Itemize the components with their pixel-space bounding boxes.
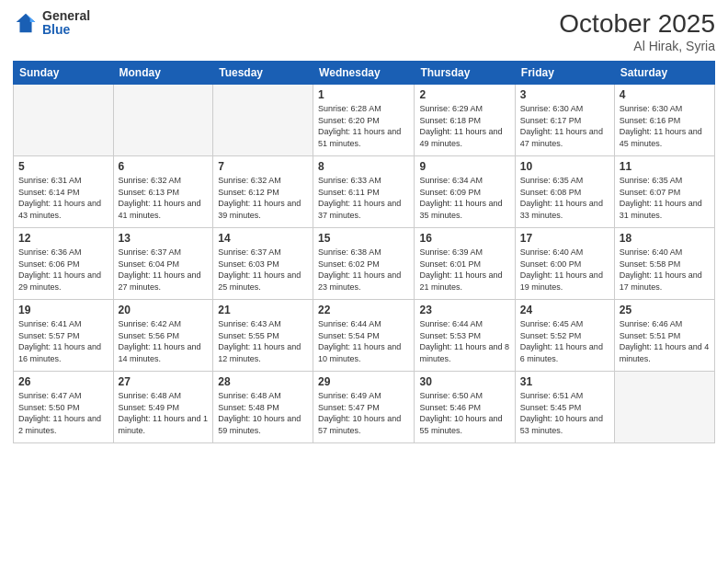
day-number: 7 <box>218 160 308 173</box>
day-info: Sunrise: 6:47 AM Sunset: 5:50 PM Dayligh… <box>18 390 108 436</box>
day-number: 2 <box>419 88 509 101</box>
week-row-0: 1Sunrise: 6:28 AM Sunset: 6:20 PM Daylig… <box>14 85 715 156</box>
calendar-cell: 25Sunrise: 6:46 AM Sunset: 5:51 PM Dayli… <box>614 300 714 372</box>
day-number: 18 <box>620 232 710 245</box>
day-info: Sunrise: 6:31 AM Sunset: 6:14 PM Dayligh… <box>18 175 108 221</box>
day-number: 15 <box>318 232 409 245</box>
day-info: Sunrise: 6:32 AM Sunset: 6:12 PM Dayligh… <box>218 175 308 221</box>
day-number: 25 <box>620 304 710 316</box>
day-number: 29 <box>318 375 409 388</box>
day-info: Sunrise: 6:38 AM Sunset: 6:02 PM Dayligh… <box>318 247 409 293</box>
calendar-cell: 30Sunrise: 6:50 AM Sunset: 5:46 PM Dayli… <box>415 372 515 443</box>
week-row-3: 19Sunrise: 6:41 AM Sunset: 5:57 PM Dayli… <box>14 300 715 372</box>
col-saturday: Saturday <box>614 62 714 85</box>
calendar-cell: 4Sunrise: 6:30 AM Sunset: 6:16 PM Daylig… <box>614 85 714 156</box>
day-info: Sunrise: 6:35 AM Sunset: 6:07 PM Dayligh… <box>620 175 710 221</box>
day-number: 27 <box>119 375 209 388</box>
calendar-cell: 31Sunrise: 6:51 AM Sunset: 5:45 PM Dayli… <box>515 372 614 443</box>
day-info: Sunrise: 6:41 AM Sunset: 5:57 PM Dayligh… <box>18 318 108 364</box>
calendar-cell: 24Sunrise: 6:45 AM Sunset: 5:52 PM Dayli… <box>515 300 614 372</box>
day-info: Sunrise: 6:49 AM Sunset: 5:47 PM Dayligh… <box>318 390 409 436</box>
day-info: Sunrise: 6:40 AM Sunset: 5:58 PM Dayligh… <box>620 247 710 293</box>
day-number: 17 <box>520 232 609 245</box>
calendar-cell: 11Sunrise: 6:35 AM Sunset: 6:07 PM Dayli… <box>614 156 714 228</box>
calendar-cell: 8Sunrise: 6:33 AM Sunset: 6:11 PM Daylig… <box>313 156 415 228</box>
calendar-cell: 9Sunrise: 6:34 AM Sunset: 6:09 PM Daylig… <box>415 156 515 228</box>
day-number: 20 <box>119 304 209 316</box>
calendar-cell: 20Sunrise: 6:42 AM Sunset: 5:56 PM Dayli… <box>113 300 213 372</box>
day-info: Sunrise: 6:40 AM Sunset: 6:00 PM Dayligh… <box>520 247 609 293</box>
day-number: 12 <box>18 232 108 245</box>
day-number: 5 <box>18 160 108 173</box>
day-number: 28 <box>218 375 308 388</box>
day-number: 16 <box>419 232 509 245</box>
day-info: Sunrise: 6:45 AM Sunset: 5:52 PM Dayligh… <box>520 318 609 364</box>
day-number: 11 <box>620 160 710 173</box>
calendar-cell: 2Sunrise: 6:29 AM Sunset: 6:18 PM Daylig… <box>415 85 515 156</box>
logo-text: General Blue <box>42 9 90 38</box>
day-number: 10 <box>520 160 609 173</box>
calendar-cell: 29Sunrise: 6:49 AM Sunset: 5:47 PM Dayli… <box>313 372 415 443</box>
day-number: 13 <box>119 232 209 245</box>
day-info: Sunrise: 6:48 AM Sunset: 5:48 PM Dayligh… <box>218 390 308 436</box>
logo: General Blue <box>13 9 90 38</box>
col-tuesday: Tuesday <box>213 62 313 85</box>
title-block: October 2025 Al Hirak, Syria <box>559 9 715 53</box>
page-header: General Blue October 2025 Al Hirak, Syri… <box>13 9 715 53</box>
calendar-cell: 3Sunrise: 6:30 AM Sunset: 6:17 PM Daylig… <box>515 85 614 156</box>
day-info: Sunrise: 6:33 AM Sunset: 6:11 PM Dayligh… <box>318 175 409 221</box>
day-number: 22 <box>318 304 409 316</box>
logo-icon <box>13 10 39 36</box>
day-number: 8 <box>318 160 409 173</box>
col-thursday: Thursday <box>415 62 515 85</box>
week-row-4: 26Sunrise: 6:47 AM Sunset: 5:50 PM Dayli… <box>14 372 715 443</box>
calendar-cell: 12Sunrise: 6:36 AM Sunset: 6:06 PM Dayli… <box>14 228 114 300</box>
calendar-cell: 23Sunrise: 6:44 AM Sunset: 5:53 PM Dayli… <box>415 300 515 372</box>
day-info: Sunrise: 6:29 AM Sunset: 6:18 PM Dayligh… <box>419 103 509 149</box>
svg-marker-0 <box>17 14 36 33</box>
calendar-cell: 5Sunrise: 6:31 AM Sunset: 6:14 PM Daylig… <box>14 156 114 228</box>
logo-blue: Blue <box>42 23 90 37</box>
col-sunday: Sunday <box>14 62 114 85</box>
day-info: Sunrise: 6:30 AM Sunset: 6:16 PM Dayligh… <box>620 103 710 149</box>
calendar-cell <box>14 85 114 156</box>
day-number: 24 <box>520 304 609 316</box>
calendar-cell: 19Sunrise: 6:41 AM Sunset: 5:57 PM Dayli… <box>14 300 114 372</box>
day-info: Sunrise: 6:28 AM Sunset: 6:20 PM Dayligh… <box>318 103 409 149</box>
day-info: Sunrise: 6:43 AM Sunset: 5:55 PM Dayligh… <box>218 318 308 364</box>
day-number: 19 <box>18 304 108 316</box>
calendar-cell: 28Sunrise: 6:48 AM Sunset: 5:48 PM Dayli… <box>213 372 313 443</box>
calendar-cell: 27Sunrise: 6:48 AM Sunset: 5:49 PM Dayli… <box>113 372 213 443</box>
col-wednesday: Wednesday <box>313 62 415 85</box>
calendar-cell: 6Sunrise: 6:32 AM Sunset: 6:13 PM Daylig… <box>113 156 213 228</box>
calendar-cell: 16Sunrise: 6:39 AM Sunset: 6:01 PM Dayli… <box>415 228 515 300</box>
day-number: 21 <box>218 304 308 316</box>
day-info: Sunrise: 6:42 AM Sunset: 5:56 PM Dayligh… <box>119 318 209 364</box>
week-row-1: 5Sunrise: 6:31 AM Sunset: 6:14 PM Daylig… <box>14 156 715 228</box>
calendar-cell <box>113 85 213 156</box>
col-friday: Friday <box>515 62 614 85</box>
day-info: Sunrise: 6:50 AM Sunset: 5:46 PM Dayligh… <box>419 390 509 436</box>
calendar-cell: 14Sunrise: 6:37 AM Sunset: 6:03 PM Dayli… <box>213 228 313 300</box>
calendar-cell <box>213 85 313 156</box>
calendar-header-row: Sunday Monday Tuesday Wednesday Thursday… <box>14 62 715 85</box>
calendar-cell: 1Sunrise: 6:28 AM Sunset: 6:20 PM Daylig… <box>313 85 415 156</box>
calendar-cell: 17Sunrise: 6:40 AM Sunset: 6:00 PM Dayli… <box>515 228 614 300</box>
calendar-table: Sunday Monday Tuesday Wednesday Thursday… <box>13 61 715 443</box>
calendar-cell: 7Sunrise: 6:32 AM Sunset: 6:12 PM Daylig… <box>213 156 313 228</box>
day-number: 31 <box>520 375 609 388</box>
day-info: Sunrise: 6:36 AM Sunset: 6:06 PM Dayligh… <box>18 247 108 293</box>
month-title: October 2025 <box>559 9 715 39</box>
day-number: 30 <box>419 375 509 388</box>
day-number: 9 <box>419 160 509 173</box>
calendar-cell: 22Sunrise: 6:44 AM Sunset: 5:54 PM Dayli… <box>313 300 415 372</box>
calendar-cell: 26Sunrise: 6:47 AM Sunset: 5:50 PM Dayli… <box>14 372 114 443</box>
calendar-cell <box>614 372 714 443</box>
day-number: 3 <box>520 88 609 101</box>
day-number: 1 <box>318 88 409 101</box>
logo-general: General <box>42 9 90 23</box>
day-info: Sunrise: 6:30 AM Sunset: 6:17 PM Dayligh… <box>520 103 609 149</box>
day-info: Sunrise: 6:44 AM Sunset: 5:54 PM Dayligh… <box>318 318 409 364</box>
day-number: 23 <box>419 304 509 316</box>
day-info: Sunrise: 6:34 AM Sunset: 6:09 PM Dayligh… <box>419 175 509 221</box>
